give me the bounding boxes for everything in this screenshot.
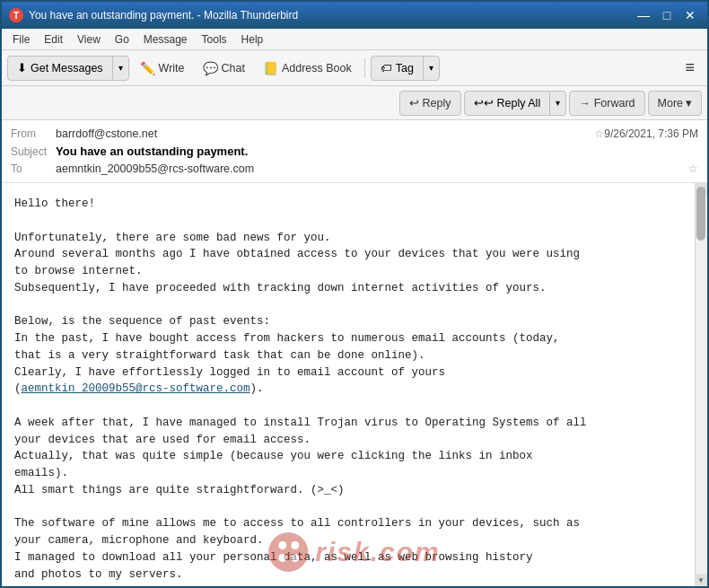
get-messages-icon: ⬇ [17, 61, 27, 75]
from-row: From barrdoff@cstone.net ☆ 9/26/2021, 7:… [11, 126, 698, 142]
close-button[interactable]: ✕ [680, 5, 700, 25]
write-label: Write [159, 62, 185, 75]
get-messages-arrow[interactable]: ▾ [113, 57, 128, 80]
scrollbar-thumb[interactable] [696, 187, 705, 241]
main-toolbar: ⬇ Get Messages ▾ ✏️ Write 💬 Chat 📒 Addre… [2, 50, 707, 86]
window-title: You have an outstanding payment. - Mozil… [29, 9, 634, 22]
window-controls: — □ ✕ [634, 5, 700, 25]
hamburger-button[interactable]: ≡ [678, 55, 702, 81]
body-line-14: A week after that, I have managed to ins… [14, 415, 691, 432]
forward-label: Forward [594, 97, 635, 110]
body-line-20: The software of mine allows me to access… [14, 515, 691, 532]
app-icon: T [9, 8, 23, 22]
chat-label: Chat [222, 62, 245, 75]
reply-all-arrow[interactable]: ▾ [550, 92, 565, 115]
chat-icon: 💬 [203, 61, 218, 75]
more-button[interactable]: More ▾ [648, 91, 702, 116]
email-body: Hello there! Unfortunately, there are so… [2, 183, 707, 581]
tag-main[interactable]: 🏷 Tag [372, 57, 424, 80]
to-row: To aemntkin_20009b55@rcs-software.com ☆ [11, 161, 698, 177]
body-line-1: Hello there! [14, 196, 691, 213]
tag-label: Tag [396, 62, 414, 75]
menu-help[interactable]: Help [234, 31, 271, 48]
body-line-18: All smart things are quite straightforwa… [14, 482, 691, 499]
menu-file[interactable]: File [5, 31, 37, 48]
more-label: More [658, 97, 683, 110]
email-body-container: Hello there! Unfortunately, there are so… [2, 183, 707, 586]
reply-all-split-btn[interactable]: ↩↩ Reply All ▾ [464, 91, 567, 116]
get-messages-split-btn[interactable]: ⬇ Get Messages ▾ [7, 56, 129, 81]
body-line-23: and photos to my servers. [14, 566, 691, 582]
body-line-17: emails). [14, 465, 691, 482]
body-line-21: your camera, microphone and keyboard. [14, 532, 691, 549]
forward-button[interactable]: → Forward [569, 91, 644, 116]
reply-label: Reply [423, 97, 451, 110]
to-label: To [11, 162, 56, 175]
tag-split-btn[interactable]: 🏷 Tag ▾ [371, 56, 440, 81]
menu-bar: File Edit View Go Message Tools Help [2, 29, 707, 50]
scrollbar-arrow-down[interactable]: ▼ [695, 574, 707, 586]
menu-edit[interactable]: Edit [37, 31, 70, 48]
get-messages-main[interactable]: ⬇ Get Messages [8, 57, 113, 80]
toolbar-separator [364, 58, 365, 78]
from-label: From [11, 127, 56, 140]
body-line-6: Subsequently, I have proceeded with trac… [14, 280, 691, 297]
menu-view[interactable]: View [70, 31, 108, 48]
scrollbar-track[interactable]: ▲ ▼ [695, 183, 707, 586]
menu-message[interactable]: Message [136, 31, 195, 48]
menu-tools[interactable]: Tools [195, 31, 234, 48]
reply-icon: ↩ [409, 96, 419, 110]
tag-icon: 🏷 [381, 62, 392, 75]
body-line-4: Around several months ago I have obtaine… [14, 246, 691, 263]
body-line-11: Clearly, I have effortlessly logged in t… [14, 364, 691, 382]
body-line-10: that is a very straightforward task that… [14, 347, 691, 364]
body-line-12: (aemntkin_20009b55@rcs-software.com). [14, 381, 691, 398]
reply-all-main[interactable]: ↩↩ Reply All [465, 92, 551, 115]
from-star-icon[interactable]: ☆ [594, 127, 604, 140]
tag-arrow[interactable]: ▾ [424, 57, 439, 80]
more-arrow-icon: ▾ [686, 96, 692, 110]
email-action-bar: ↩ Reply ↩↩ Reply All ▾ → Forward More ▾ [2, 86, 707, 120]
chat-button[interactable]: 💬 Chat [196, 55, 252, 82]
minimize-button[interactable]: — [634, 5, 653, 25]
maximize-button[interactable]: □ [657, 5, 677, 25]
get-messages-label: Get Messages [31, 62, 103, 75]
subject-row: Subject You have an outstanding payment. [11, 142, 698, 161]
email-date: 9/26/2021, 7:36 PM [604, 127, 698, 140]
body-line-15: your devices that are used for email acc… [14, 432, 691, 449]
address-book-button[interactable]: 📒 Address Book [256, 55, 359, 82]
write-icon: ✏️ [140, 61, 155, 75]
subject-label: Subject [11, 145, 56, 158]
body-line-8: Below, is the sequence of past events: [14, 313, 691, 330]
forward-icon: → [579, 97, 591, 110]
address-book-label: Address Book [282, 62, 352, 75]
body-line-5: to browse internet. [14, 263, 691, 280]
body-line-16: Actually, that was quite simple (because… [14, 448, 691, 465]
write-button[interactable]: ✏️ Write [133, 55, 192, 82]
email-header: From barrdoff@cstone.net ☆ 9/26/2021, 7:… [2, 120, 707, 183]
address-book-icon: 📒 [263, 61, 278, 75]
menu-go[interactable]: Go [108, 31, 136, 48]
reply-button[interactable]: ↩ Reply [399, 91, 461, 116]
body-line-9: In the past, I have bought access from h… [14, 330, 691, 347]
subject-value: You have an outstanding payment. [56, 145, 698, 158]
reply-all-label: Reply All [497, 97, 541, 110]
body-line-3: Unfortunately, there are some bad news f… [14, 230, 691, 247]
to-value: aemntkin_20009b55@rcs-software.com [56, 162, 685, 175]
title-bar: T You have an outstanding payment. - Moz… [2, 2, 707, 29]
email-link-inline[interactable]: aemntkin_20009b55@rcs-software.com [22, 382, 250, 395]
to-star-icon[interactable]: ☆ [688, 162, 698, 175]
body-line-22: I managed to download all your personal … [14, 549, 691, 566]
reply-all-icon: ↩↩ [474, 96, 494, 110]
from-value: barrdoff@cstone.net [56, 127, 591, 140]
